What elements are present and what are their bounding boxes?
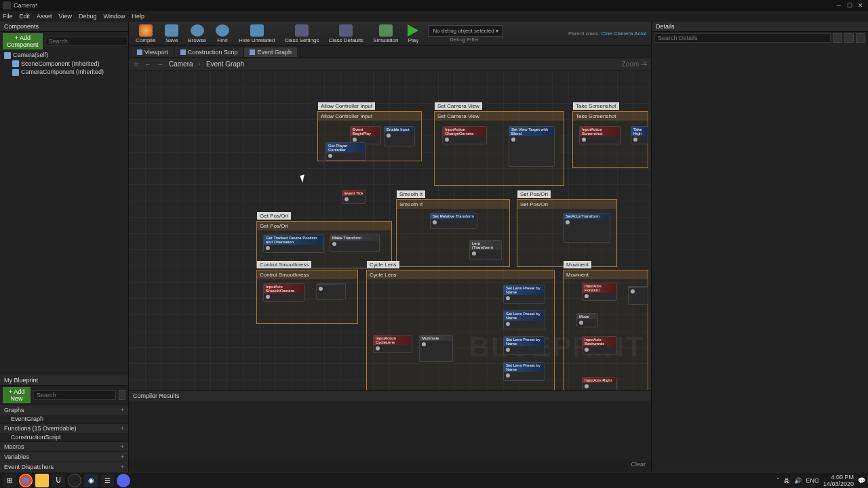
taskbar-chrome-icon[interactable] [19,474,33,487]
hide-unrelated-button[interactable]: Hide Unrelated [236,23,277,45]
add-macro-button[interactable]: + [121,443,124,450]
window-close-button[interactable]: ✕ [856,1,865,9]
blueprint-node[interactable]: Move [576,313,598,327]
nav-back-button[interactable]: ← [144,60,151,68]
blueprint-node[interactable]: Lerp (Transform) [469,240,502,260]
property-matrix-icon[interactable] [844,33,854,43]
menu-file[interactable]: File [3,13,13,20]
taskbar-discord-icon[interactable] [117,474,130,487]
add-dispatcher-button[interactable]: + [121,464,124,470]
comment-header[interactable]: Movment [564,270,648,279]
tab-construction-script[interactable]: Construction Scrip [175,47,243,57]
add-variable-button[interactable]: + [121,453,124,460]
blueprint-node[interactable] [316,283,346,300]
blueprint-node[interactable]: Take High [631,126,648,144]
debug-object-select[interactable]: No debug object selected ▾ [428,25,503,37]
favorite-icon[interactable]: ☆ [133,60,139,68]
eye-icon[interactable] [119,390,125,400]
window-minimize-button[interactable]: ─ [834,1,844,9]
eye-icon[interactable] [856,33,865,43]
mb-section-macros[interactable]: Macros+ [0,441,128,451]
menu-edit[interactable]: Edit [20,13,31,20]
blueprint-node[interactable]: Set View Target with Blend [509,126,555,167]
blueprint-node[interactable]: Event BeginPlay [350,126,381,144]
comment-header[interactable]: Get Pos/Ori [257,222,391,230]
blueprint-node[interactable]: MultiGate [419,335,453,362]
details-search-input[interactable] [654,33,831,43]
play-button[interactable]: Play [405,23,421,45]
add-component-button[interactable]: + Add Component [3,33,43,49]
blueprint-node[interactable]: Make Transform [330,235,380,252]
nav-forward-button[interactable]: → [157,60,163,68]
comment-header[interactable]: Allow Controller Input [318,112,421,121]
mb-item-constructionscript[interactable]: ConstructionScript [0,433,128,441]
blueprint-node[interactable]: Set Lens Preset by Name [503,362,545,381]
mb-section-dispatchers[interactable]: Event Dispatchers+ [0,462,128,472]
blueprint-node[interactable]: Enable Input [384,126,415,146]
tray-volume-icon[interactable]: 🔊 [794,477,802,484]
menu-view[interactable]: View [59,13,72,20]
add-graph-button[interactable]: + [121,407,124,413]
class-settings-button[interactable]: Class Settings [281,23,321,45]
tray-clock[interactable]: 4:00 PM 14/03/2020 [823,474,854,487]
tray-chevron-icon[interactable]: ˄ [776,477,780,484]
breadcrumb-current[interactable]: Event Graph [206,60,244,68]
menu-debug[interactable]: Debug [79,13,97,20]
comment-header[interactable]: Cycle Lens [367,270,554,279]
browse-button[interactable]: Browse [185,23,209,45]
class-defaults-button[interactable]: Class Defaults [326,23,367,45]
clear-results-button[interactable]: Clear [631,461,646,468]
blueprint-node[interactable]: InputAction ChangeCamera [442,126,487,144]
tab-event-graph[interactable]: Event Graph [244,47,297,57]
tray-notifications-icon[interactable]: 💬 [858,477,865,484]
mb-section-variables[interactable]: Variables+ [0,451,128,462]
comment-header[interactable]: Control Smoothness [257,270,357,279]
component-item[interactable]: CameraComponent (Inherited) [0,68,128,77]
blueprint-node[interactable]: InputAction Screenshot [579,126,621,144]
taskbar-obs-icon[interactable] [68,474,81,487]
blueprint-node[interactable]: Get Tracked Device Position and Orientat… [263,235,324,253]
taskbar-steam-icon[interactable]: ◉ [84,474,98,487]
tray-network-icon[interactable]: 🖧 [784,477,790,484]
window-maximize-button[interactable]: ☐ [845,1,854,9]
component-root[interactable]: Camera(self) [0,51,128,60]
blueprint-node[interactable]: Set Lens Preset by Name [503,310,545,329]
blueprint-node[interactable]: Get Player Controller [326,142,366,161]
components-search-input[interactable] [45,37,128,46]
blueprint-node[interactable]: SetActorTransform [563,213,610,243]
parent-class-link[interactable]: Cine Camera Actor [601,30,647,37]
comment-header[interactable]: Take Screenshot [573,112,648,121]
blueprint-node[interactable]: InputAxis SmoothCamera [263,283,305,302]
find-button[interactable]: Find [213,23,232,45]
tray-language[interactable]: ENG [806,477,819,484]
blueprint-node[interactable]: Set Lens Preset by Name [503,336,545,355]
breadcrumb-root[interactable]: Camera [169,60,193,68]
mb-item-eventgraph[interactable]: EventGraph [0,415,128,423]
mb-section-graphs[interactable]: Graphs+ [0,405,128,415]
blueprint-node[interactable] [628,286,648,305]
search-icon[interactable] [833,33,842,43]
compile-button[interactable]: Compile [133,23,158,45]
blueprint-node[interactable]: InputAxis Backwards [582,336,617,354]
simulation-button[interactable]: Simulation [370,23,401,45]
event-graph-canvas[interactable]: BLUEPRINT Allow Controller InputAllow Co… [129,70,651,390]
start-button[interactable]: ⊞ [3,474,16,487]
component-item[interactable]: SceneComponent (Inherited) [0,60,128,68]
tab-viewport[interactable]: Viewport [132,47,174,57]
menu-help[interactable]: Help [132,13,144,20]
myblueprint-add-new-button[interactable]: + Add New [3,387,31,403]
blueprint-node[interactable]: InputAxis Right [582,377,617,390]
menu-window[interactable]: Window [103,13,125,20]
taskbar-app-icon[interactable]: ☰ [100,474,114,487]
comment-header[interactable]: Set Pos/Ori [517,200,616,209]
save-button[interactable]: Save [162,23,181,45]
compiler-results-body[interactable] [129,401,651,461]
blueprint-node[interactable]: Set Lens Preset by Name [503,285,545,304]
menu-asset[interactable]: Asset [37,13,52,20]
taskbar-unreal-icon[interactable]: U [52,474,65,487]
comment-header[interactable]: Smooth It [397,200,509,209]
mb-section-functions[interactable]: Functions (15 Overridable)+ [0,423,128,433]
add-function-button[interactable]: + [121,425,124,432]
blueprint-node[interactable]: Set Relative Transform [430,213,477,229]
taskbar-explorer-icon[interactable] [35,474,49,487]
